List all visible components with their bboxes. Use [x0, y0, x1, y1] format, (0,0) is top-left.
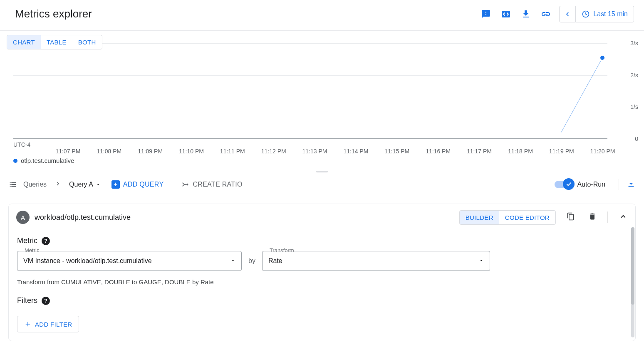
page-title: Metrics explorer [15, 7, 92, 20]
x-tick-label: 11:17 PM [467, 148, 492, 155]
editor-mode-tabs: BUILDER CODE EDITOR [459, 210, 556, 225]
legend-dot-icon [13, 159, 17, 163]
transform-description: Transform from CUMULATIVE, DOUBLE to GAU… [17, 278, 627, 285]
nav-back-button[interactable] [559, 6, 576, 22]
by-label: by [248, 257, 255, 265]
y-tick-label: 0 [635, 135, 638, 142]
tab-both[interactable]: BOTH [72, 35, 102, 49]
plus-icon [24, 320, 32, 328]
collapse-icon[interactable] [619, 212, 628, 223]
timezone-label: UTC-4 [13, 141, 30, 148]
x-tick-label: 11:18 PM [508, 148, 533, 155]
x-tick-label: 11:19 PM [549, 148, 574, 155]
tab-builder[interactable]: BUILDER [460, 211, 499, 224]
filters-section-label: Filters ? [17, 296, 627, 305]
expand-all-button[interactable] [619, 179, 636, 190]
help-icon[interactable]: ? [42, 237, 50, 245]
x-tick-label: 11:10 PM [179, 148, 204, 155]
data-point-dot [600, 56, 604, 60]
create-ratio-button[interactable]: CREATE RATIO [181, 180, 242, 189]
add-query-button[interactable]: + ADD QUERY [111, 180, 164, 189]
check-icon [563, 178, 575, 190]
merge-icon [181, 180, 189, 189]
query-selector[interactable]: Query A [69, 181, 101, 188]
legend-series-label: otlp.test.cumulative [21, 157, 74, 164]
add-filter-label: ADD FILTER [35, 321, 72, 328]
auto-run-toggle-group: Auto-Run [555, 181, 605, 188]
copy-icon[interactable] [564, 210, 577, 225]
x-tick-label: 11:07 PM [55, 148, 80, 155]
auto-run-toggle[interactable] [555, 181, 573, 188]
chevron-right-icon [52, 180, 63, 189]
tab-code-editor[interactable]: CODE EDITOR [499, 211, 555, 224]
query-badge: A [16, 211, 30, 224]
x-tick-label: 11:20 PM [590, 148, 615, 155]
header-actions: Last 15 min [476, 6, 634, 22]
chart-legend: otlp.test.cumulative [7, 155, 644, 169]
scrollbar[interactable] [631, 227, 634, 337]
selected-query-label: Query A [69, 181, 93, 188]
add-filter-button[interactable]: ADD FILTER [17, 316, 79, 332]
tab-chart[interactable]: CHART [7, 35, 41, 49]
link-icon[interactable] [536, 6, 556, 22]
plus-icon: + [111, 180, 120, 189]
feedback-icon[interactable] [476, 6, 496, 22]
x-tick-label: 11:11 PM [220, 148, 245, 155]
transform-select[interactable]: Rate [262, 251, 490, 271]
resize-handle[interactable] [0, 169, 644, 174]
delete-icon[interactable] [586, 210, 599, 225]
queries-list-icon[interactable] [8, 180, 17, 189]
y-tick-label: 2/s [630, 72, 638, 79]
x-tick-label: 11:14 PM [343, 148, 368, 155]
auto-run-label: Auto-Run [577, 181, 605, 188]
metric-section-label: Metric ? [17, 236, 627, 245]
x-tick-label: 11:13 PM [302, 148, 327, 155]
chart-area: 3/s2/s1/s0 11:07 PM11:08 PM11:09 PM11:10… [7, 35, 644, 155]
caret-down-icon [230, 257, 235, 265]
query-title: workload/otlp.test.cumulative [35, 213, 131, 222]
tab-table[interactable]: TABLE [41, 35, 72, 49]
download-icon[interactable] [516, 6, 536, 22]
x-tick-label: 11:15 PM [384, 148, 409, 155]
time-range-label: Last 15 min [593, 10, 628, 18]
add-query-label: ADD QUERY [123, 181, 164, 188]
caret-down-icon [479, 257, 484, 265]
x-tick-label: 11:09 PM [138, 148, 163, 155]
code-icon[interactable] [496, 6, 516, 22]
queries-label: Queries [23, 181, 47, 188]
x-axis [13, 138, 607, 139]
query-card: A workload/otlp.test.cumulative BUILDER … [8, 204, 636, 341]
x-tick-label: 11:08 PM [97, 148, 121, 155]
view-tabs: CHART TABLE BOTH [7, 35, 102, 49]
help-icon[interactable]: ? [42, 297, 50, 305]
create-ratio-label: CREATE RATIO [193, 181, 242, 188]
metric-select[interactable]: VM Instance - workload/otlp.test.cumulat… [17, 251, 242, 271]
caret-down-icon [96, 182, 101, 187]
x-tick-label: 11:12 PM [261, 148, 286, 155]
transform-select-value: Rate [268, 257, 282, 265]
time-range-button[interactable]: Last 15 min [576, 6, 634, 22]
y-tick-label: 3/s [630, 40, 638, 47]
metric-select-value: VM Instance - workload/otlp.test.cumulat… [23, 257, 152, 265]
x-tick-label: 11:16 PM [426, 148, 451, 155]
y-tick-label: 1/s [630, 103, 638, 110]
